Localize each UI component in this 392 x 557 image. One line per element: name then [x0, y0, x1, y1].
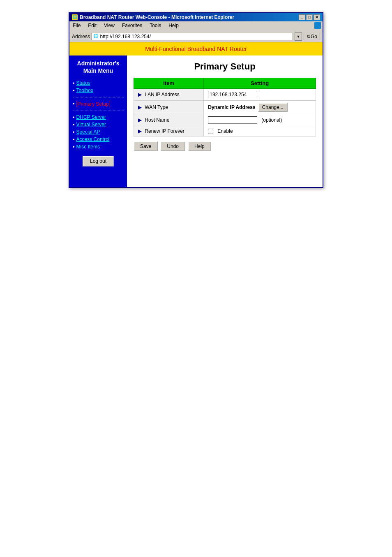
- sidebar-item-access-control[interactable]: Access Control: [73, 136, 124, 143]
- ie-logo-icon: [314, 22, 321, 29]
- window-controls: _ □ ✕: [299, 14, 320, 20]
- address-input[interactable]: [100, 34, 291, 39]
- sidebar-nav-secondary: DHCP Server Virtual Server Special AP Ac…: [73, 114, 124, 150]
- main-layout: Administrator's Main Menu Status Toolbox: [69, 55, 323, 187]
- top-banner: Multi-Functional Broadband NAT Router: [69, 42, 323, 55]
- menu-file[interactable]: File: [71, 22, 82, 30]
- sidebar-nav-primary: Primary Setup: [73, 101, 124, 107]
- go-button[interactable]: ↻Go: [304, 33, 320, 40]
- setup-table: Item Setting ▶ LAN IP Address: [134, 78, 316, 136]
- lan-ip-input[interactable]: [208, 91, 257, 98]
- help-button[interactable]: Help: [188, 141, 211, 151]
- table-row-renew-ip: ▶ Renew IP Forever Enable: [134, 126, 316, 136]
- wan-type-label: ▶ WAN Type: [134, 101, 204, 114]
- change-button[interactable]: Change...: [258, 103, 288, 112]
- sidebar-link-misc-items[interactable]: Misc Items: [76, 144, 100, 150]
- menu-favorites[interactable]: Favorites: [120, 22, 144, 30]
- page-content: Multi-Functional Broadband NAT Router Ad…: [69, 42, 323, 187]
- sidebar-divider-2: [73, 111, 124, 111]
- sidebar-link-dhcp[interactable]: DHCP Server: [76, 114, 106, 120]
- renew-ip-cell: Enable: [208, 128, 311, 134]
- menu-bar: File Edit View Favorites Tools Help: [69, 21, 323, 31]
- row-arrow-icon: ▶: [138, 92, 142, 97]
- sidebar-divider: [73, 97, 124, 97]
- minimize-button[interactable]: _: [299, 14, 305, 20]
- sidebar-link-access-control[interactable]: Access Control: [76, 136, 110, 142]
- address-favicon: 🌐: [93, 34, 99, 39]
- address-label: Address: [72, 34, 90, 39]
- sidebar-item-primary-setup[interactable]: Primary Setup: [73, 101, 124, 107]
- sidebar-item-virtual-server[interactable]: Virtual Server: [73, 122, 124, 128]
- ie-window: 🌐 Broadband NAT Router Web-Console - Mic…: [69, 12, 323, 188]
- row-arrow-icon-4: ▶: [138, 128, 142, 134]
- host-name-input[interactable]: [208, 116, 257, 124]
- host-name-cell: (optional): [208, 116, 311, 124]
- host-name-setting: (optional): [204, 114, 316, 126]
- host-name-label: ▶ Host Name: [134, 114, 204, 126]
- table-row-host-name: ▶ Host Name (optional): [134, 114, 316, 126]
- row-arrow-icon-3: ▶: [138, 117, 142, 123]
- go-icon: ↻: [307, 34, 311, 39]
- lan-ip-label: ▶ LAN IP Address: [134, 89, 204, 101]
- sidebar-link-primary-setup[interactable]: Primary Setup: [76, 101, 110, 107]
- menu-help[interactable]: Help: [167, 22, 180, 30]
- address-input-wrap: 🌐: [92, 33, 293, 40]
- sidebar-link-status[interactable]: Status: [76, 80, 90, 86]
- save-button[interactable]: Save: [134, 141, 158, 151]
- sidebar-item-toolbox[interactable]: Toolbox: [73, 88, 124, 94]
- title-bar-left: 🌐 Broadband NAT Router Web-Console - Mic…: [72, 14, 234, 20]
- address-dropdown-button[interactable]: ▼: [295, 32, 302, 41]
- action-buttons: Save Undo Help: [134, 141, 316, 151]
- sidebar: Administrator's Main Menu Status Toolbox: [69, 55, 127, 187]
- window-title: Broadband NAT Router Web-Console - Micro…: [80, 14, 234, 20]
- logout-button[interactable]: Log out: [83, 156, 114, 166]
- sidebar-item-misc-items[interactable]: Misc Items: [73, 144, 124, 150]
- menu-view[interactable]: View: [102, 22, 116, 30]
- menu-edit[interactable]: Edit: [86, 22, 98, 30]
- col-item-header: Item: [134, 78, 204, 89]
- wan-type-setting: Dynamic IP Address Change...: [204, 101, 316, 114]
- enable-label: Enable: [217, 128, 233, 134]
- table-row-lan-ip: ▶ LAN IP Address: [134, 89, 316, 101]
- sidebar-item-status[interactable]: Status: [73, 80, 124, 86]
- browser-icon: 🌐: [72, 14, 78, 20]
- sidebar-title: Administrator's Main Menu: [73, 60, 124, 74]
- menu-tools[interactable]: Tools: [148, 22, 163, 30]
- banner-text: Multi-Functional Broadband NAT Router: [145, 46, 247, 52]
- wan-type-cell: Dynamic IP Address Change...: [208, 103, 311, 112]
- sidebar-nav: Status Toolbox: [73, 80, 124, 94]
- maximize-button[interactable]: □: [306, 14, 313, 20]
- renew-ip-label: ▶ Renew IP Forever: [134, 126, 204, 136]
- row-arrow-icon-2: ▶: [138, 104, 142, 110]
- address-bar: Address 🌐 ▼ ↻Go: [69, 31, 323, 42]
- renew-ip-setting: Enable: [204, 126, 316, 136]
- sidebar-item-dhcp[interactable]: DHCP Server: [73, 114, 124, 120]
- sidebar-link-toolbox[interactable]: Toolbox: [76, 88, 93, 93]
- sidebar-item-special-ap[interactable]: Special AP: [73, 129, 124, 135]
- sidebar-link-virtual-server[interactable]: Virtual Server: [76, 122, 106, 127]
- table-row-wan-type: ▶ WAN Type Dynamic IP Address Change...: [134, 101, 316, 114]
- close-button[interactable]: ✕: [314, 14, 320, 20]
- title-bar: 🌐 Broadband NAT Router Web-Console - Mic…: [69, 13, 323, 21]
- undo-button[interactable]: Undo: [160, 141, 185, 151]
- content-area: Primary Setup Item Setting: [127, 55, 323, 187]
- lan-ip-setting: [204, 89, 316, 101]
- enable-checkbox[interactable]: [208, 129, 213, 134]
- optional-text: (optional): [261, 117, 282, 123]
- sidebar-link-special-ap[interactable]: Special AP: [76, 129, 100, 135]
- wan-type-value: Dynamic IP Address: [208, 104, 255, 110]
- col-setting-header: Setting: [204, 78, 316, 89]
- page-title: Primary Setup: [134, 61, 316, 72]
